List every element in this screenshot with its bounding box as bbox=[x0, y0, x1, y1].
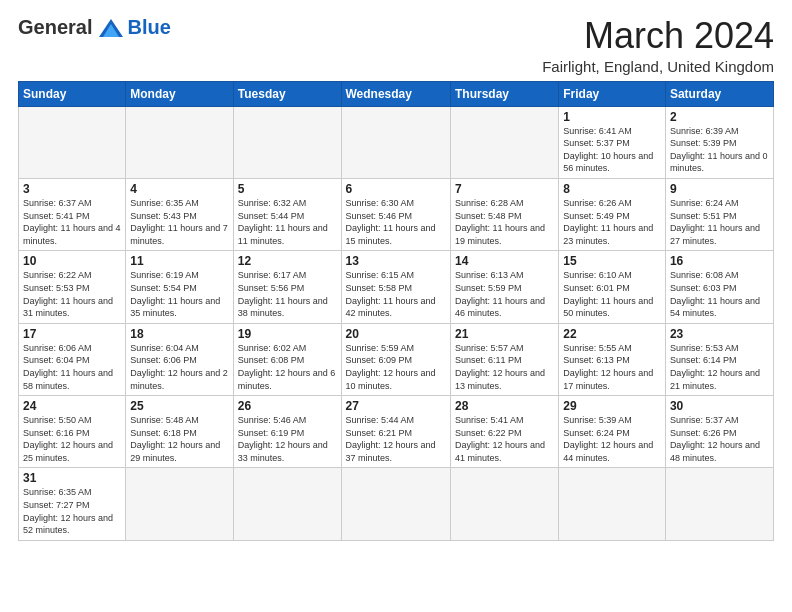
day-number: 12 bbox=[238, 254, 337, 268]
day-info: Sunrise: 6:19 AMSunset: 5:54 PMDaylight:… bbox=[130, 269, 228, 319]
location-subtitle: Fairlight, England, United Kingdom bbox=[542, 58, 774, 75]
day-info: Sunrise: 5:59 AMSunset: 6:09 PMDaylight:… bbox=[346, 342, 446, 392]
calendar-cell: 11Sunrise: 6:19 AMSunset: 5:54 PMDayligh… bbox=[126, 251, 233, 323]
day-number: 24 bbox=[23, 399, 121, 413]
day-info: Sunrise: 6:41 AMSunset: 5:37 PMDaylight:… bbox=[563, 125, 661, 175]
title-area: March 2024 Fairlight, England, United Ki… bbox=[542, 16, 774, 75]
day-info: Sunrise: 6:08 AMSunset: 6:03 PMDaylight:… bbox=[670, 269, 769, 319]
day-header-wednesday: Wednesday bbox=[341, 81, 450, 106]
day-number: 22 bbox=[563, 327, 661, 341]
calendar-cell: 31Sunrise: 6:35 AMSunset: 7:27 PMDayligh… bbox=[19, 468, 126, 540]
day-info: Sunrise: 5:57 AMSunset: 6:11 PMDaylight:… bbox=[455, 342, 554, 392]
calendar-cell bbox=[341, 468, 450, 540]
day-info: Sunrise: 6:32 AMSunset: 5:44 PMDaylight:… bbox=[238, 197, 337, 247]
day-info: Sunrise: 6:35 AMSunset: 7:27 PMDaylight:… bbox=[23, 486, 121, 536]
calendar-cell: 27Sunrise: 5:44 AMSunset: 6:21 PMDayligh… bbox=[341, 396, 450, 468]
day-number: 5 bbox=[238, 182, 337, 196]
day-number: 17 bbox=[23, 327, 121, 341]
calendar-cell: 18Sunrise: 6:04 AMSunset: 6:06 PMDayligh… bbox=[126, 323, 233, 395]
day-number: 26 bbox=[238, 399, 337, 413]
day-info: Sunrise: 5:39 AMSunset: 6:24 PMDaylight:… bbox=[563, 414, 661, 464]
day-number: 1 bbox=[563, 110, 661, 124]
day-info: Sunrise: 6:15 AMSunset: 5:58 PMDaylight:… bbox=[346, 269, 446, 319]
day-info: Sunrise: 6:35 AMSunset: 5:43 PMDaylight:… bbox=[130, 197, 228, 247]
day-number: 18 bbox=[130, 327, 228, 341]
calendar-cell: 13Sunrise: 6:15 AMSunset: 5:58 PMDayligh… bbox=[341, 251, 450, 323]
day-info: Sunrise: 6:04 AMSunset: 6:06 PMDaylight:… bbox=[130, 342, 228, 392]
calendar-cell bbox=[126, 106, 233, 178]
day-number: 15 bbox=[563, 254, 661, 268]
calendar-cell bbox=[126, 468, 233, 540]
day-info: Sunrise: 6:26 AMSunset: 5:49 PMDaylight:… bbox=[563, 197, 661, 247]
calendar-header-row: SundayMondayTuesdayWednesdayThursdayFrid… bbox=[19, 81, 774, 106]
day-info: Sunrise: 5:48 AMSunset: 6:18 PMDaylight:… bbox=[130, 414, 228, 464]
calendar-cell: 3Sunrise: 6:37 AMSunset: 5:41 PMDaylight… bbox=[19, 178, 126, 250]
calendar-cell: 5Sunrise: 6:32 AMSunset: 5:44 PMDaylight… bbox=[233, 178, 341, 250]
calendar-cell: 28Sunrise: 5:41 AMSunset: 6:22 PMDayligh… bbox=[450, 396, 558, 468]
logo: General Blue bbox=[18, 16, 171, 39]
calendar-cell: 8Sunrise: 6:26 AMSunset: 5:49 PMDaylight… bbox=[559, 178, 666, 250]
day-info: Sunrise: 6:28 AMSunset: 5:48 PMDaylight:… bbox=[455, 197, 554, 247]
day-number: 16 bbox=[670, 254, 769, 268]
day-number: 19 bbox=[238, 327, 337, 341]
day-number: 4 bbox=[130, 182, 228, 196]
calendar-cell: 9Sunrise: 6:24 AMSunset: 5:51 PMDaylight… bbox=[665, 178, 773, 250]
calendar-cell: 7Sunrise: 6:28 AMSunset: 5:48 PMDaylight… bbox=[450, 178, 558, 250]
calendar-cell: 25Sunrise: 5:48 AMSunset: 6:18 PMDayligh… bbox=[126, 396, 233, 468]
calendar-table: SundayMondayTuesdayWednesdayThursdayFrid… bbox=[18, 81, 774, 541]
calendar-cell bbox=[665, 468, 773, 540]
calendar-cell: 24Sunrise: 5:50 AMSunset: 6:16 PMDayligh… bbox=[19, 396, 126, 468]
calendar-cell: 23Sunrise: 5:53 AMSunset: 6:14 PMDayligh… bbox=[665, 323, 773, 395]
day-info: Sunrise: 6:24 AMSunset: 5:51 PMDaylight:… bbox=[670, 197, 769, 247]
day-number: 10 bbox=[23, 254, 121, 268]
calendar-cell: 21Sunrise: 5:57 AMSunset: 6:11 PMDayligh… bbox=[450, 323, 558, 395]
calendar-week-row: 1Sunrise: 6:41 AMSunset: 5:37 PMDaylight… bbox=[19, 106, 774, 178]
day-header-tuesday: Tuesday bbox=[233, 81, 341, 106]
day-header-sunday: Sunday bbox=[19, 81, 126, 106]
calendar-cell: 29Sunrise: 5:39 AMSunset: 6:24 PMDayligh… bbox=[559, 396, 666, 468]
day-header-friday: Friday bbox=[559, 81, 666, 106]
logo-blue-text: Blue bbox=[127, 16, 170, 39]
calendar-cell: 1Sunrise: 6:41 AMSunset: 5:37 PMDaylight… bbox=[559, 106, 666, 178]
calendar-cell: 4Sunrise: 6:35 AMSunset: 5:43 PMDaylight… bbox=[126, 178, 233, 250]
day-number: 23 bbox=[670, 327, 769, 341]
calendar-cell bbox=[341, 106, 450, 178]
logo-area: General Blue bbox=[18, 16, 171, 39]
day-number: 9 bbox=[670, 182, 769, 196]
calendar-cell: 22Sunrise: 5:55 AMSunset: 6:13 PMDayligh… bbox=[559, 323, 666, 395]
day-info: Sunrise: 5:46 AMSunset: 6:19 PMDaylight:… bbox=[238, 414, 337, 464]
calendar-cell: 14Sunrise: 6:13 AMSunset: 5:59 PMDayligh… bbox=[450, 251, 558, 323]
day-number: 14 bbox=[455, 254, 554, 268]
day-number: 11 bbox=[130, 254, 228, 268]
calendar-cell bbox=[233, 468, 341, 540]
calendar-cell: 2Sunrise: 6:39 AMSunset: 5:39 PMDaylight… bbox=[665, 106, 773, 178]
calendar-cell: 16Sunrise: 6:08 AMSunset: 6:03 PMDayligh… bbox=[665, 251, 773, 323]
day-header-monday: Monday bbox=[126, 81, 233, 106]
calendar-cell: 15Sunrise: 6:10 AMSunset: 6:01 PMDayligh… bbox=[559, 251, 666, 323]
day-info: Sunrise: 6:10 AMSunset: 6:01 PMDaylight:… bbox=[563, 269, 661, 319]
day-info: Sunrise: 6:13 AMSunset: 5:59 PMDaylight:… bbox=[455, 269, 554, 319]
month-title: March 2024 bbox=[542, 16, 774, 56]
day-number: 30 bbox=[670, 399, 769, 413]
day-header-thursday: Thursday bbox=[450, 81, 558, 106]
calendar-cell bbox=[450, 106, 558, 178]
day-number: 29 bbox=[563, 399, 661, 413]
day-info: Sunrise: 6:06 AMSunset: 6:04 PMDaylight:… bbox=[23, 342, 121, 392]
calendar-cell: 10Sunrise: 6:22 AMSunset: 5:53 PMDayligh… bbox=[19, 251, 126, 323]
day-info: Sunrise: 5:50 AMSunset: 6:16 PMDaylight:… bbox=[23, 414, 121, 464]
day-number: 20 bbox=[346, 327, 446, 341]
calendar-week-row: 10Sunrise: 6:22 AMSunset: 5:53 PMDayligh… bbox=[19, 251, 774, 323]
day-number: 28 bbox=[455, 399, 554, 413]
calendar-cell: 20Sunrise: 5:59 AMSunset: 6:09 PMDayligh… bbox=[341, 323, 450, 395]
day-number: 6 bbox=[346, 182, 446, 196]
calendar-week-row: 3Sunrise: 6:37 AMSunset: 5:41 PMDaylight… bbox=[19, 178, 774, 250]
calendar-cell bbox=[450, 468, 558, 540]
calendar-week-row: 31Sunrise: 6:35 AMSunset: 7:27 PMDayligh… bbox=[19, 468, 774, 540]
day-number: 27 bbox=[346, 399, 446, 413]
day-info: Sunrise: 6:30 AMSunset: 5:46 PMDaylight:… bbox=[346, 197, 446, 247]
day-info: Sunrise: 6:37 AMSunset: 5:41 PMDaylight:… bbox=[23, 197, 121, 247]
day-info: Sunrise: 5:41 AMSunset: 6:22 PMDaylight:… bbox=[455, 414, 554, 464]
calendar-page: General Blue March 2024 Fairlight, Engla… bbox=[0, 0, 792, 612]
day-info: Sunrise: 5:55 AMSunset: 6:13 PMDaylight:… bbox=[563, 342, 661, 392]
calendar-cell: 30Sunrise: 5:37 AMSunset: 6:26 PMDayligh… bbox=[665, 396, 773, 468]
